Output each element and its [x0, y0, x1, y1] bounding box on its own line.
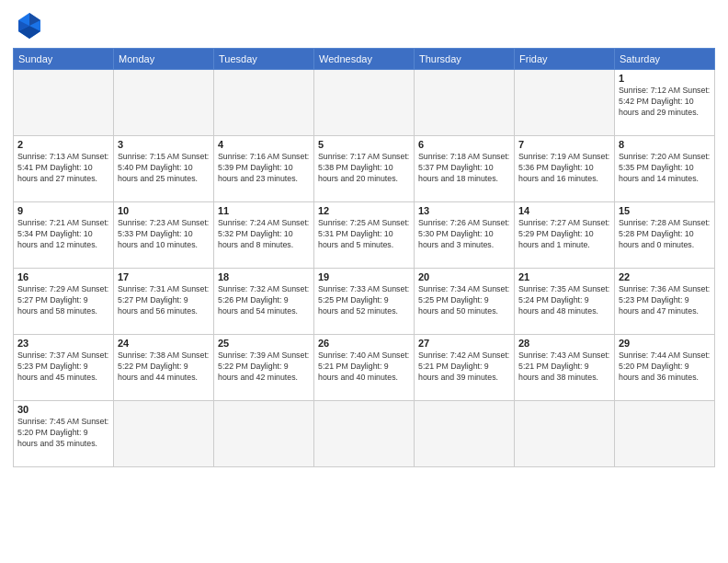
day-number: 12	[318, 205, 410, 216]
day-info: Sunrise: 7:21 AM Sunset: 5:34 PM Dayligh…	[17, 218, 109, 251]
day-info: Sunrise: 7:28 AM Sunset: 5:28 PM Dayligh…	[619, 218, 711, 251]
calendar-cell: 29Sunrise: 7:44 AM Sunset: 5:20 PM Dayli…	[615, 335, 715, 401]
calendar-cell: 24Sunrise: 7:38 AM Sunset: 5:22 PM Dayli…	[114, 335, 214, 401]
calendar-cell: 12Sunrise: 7:25 AM Sunset: 5:31 PM Dayli…	[314, 202, 415, 269]
calendar-cell: 6Sunrise: 7:18 AM Sunset: 5:37 PM Daylig…	[415, 136, 515, 202]
day-info: Sunrise: 7:13 AM Sunset: 5:41 PM Dayligh…	[17, 152, 109, 185]
day-number: 29	[619, 338, 711, 349]
calendar-cell	[615, 401, 715, 467]
day-number: 26	[318, 338, 410, 349]
day-number: 22	[619, 271, 711, 282]
day-number: 1	[619, 73, 711, 84]
weekday-thursday: Thursday	[415, 49, 515, 70]
day-number: 27	[418, 338, 510, 349]
day-number: 9	[17, 205, 109, 216]
calendar-row: 30Sunrise: 7:45 AM Sunset: 5:20 PM Dayli…	[14, 401, 715, 467]
day-number: 3	[118, 139, 210, 150]
day-info: Sunrise: 7:45 AM Sunset: 5:20 PM Dayligh…	[17, 417, 109, 450]
calendar-cell	[415, 70, 515, 136]
calendar-cell	[314, 70, 415, 136]
day-number: 11	[218, 205, 310, 216]
logo	[13, 9, 50, 42]
day-info: Sunrise: 7:20 AM Sunset: 5:35 PM Dayligh…	[619, 152, 711, 185]
day-info: Sunrise: 7:34 AM Sunset: 5:25 PM Dayligh…	[418, 284, 510, 317]
day-info: Sunrise: 7:24 AM Sunset: 5:32 PM Dayligh…	[218, 218, 310, 251]
calendar-cell: 15Sunrise: 7:28 AM Sunset: 5:28 PM Dayli…	[615, 202, 715, 269]
calendar-cell	[515, 401, 615, 467]
calendar-cell: 23Sunrise: 7:37 AM Sunset: 5:23 PM Dayli…	[14, 335, 114, 401]
day-number: 13	[418, 205, 510, 216]
day-number: 23	[17, 338, 109, 349]
day-number: 20	[418, 271, 510, 282]
day-info: Sunrise: 7:35 AM Sunset: 5:24 PM Dayligh…	[518, 284, 610, 317]
day-info: Sunrise: 7:16 AM Sunset: 5:39 PM Dayligh…	[218, 152, 310, 185]
calendar-cell	[515, 70, 615, 136]
calendar-cell: 5Sunrise: 7:17 AM Sunset: 5:38 PM Daylig…	[314, 136, 415, 202]
day-info: Sunrise: 7:15 AM Sunset: 5:40 PM Dayligh…	[118, 152, 210, 185]
day-number: 16	[17, 271, 109, 282]
calendar-cell: 16Sunrise: 7:29 AM Sunset: 5:27 PM Dayli…	[14, 269, 114, 335]
calendar-table: SundayMondayTuesdayWednesdayThursdayFrid…	[13, 48, 715, 467]
calendar-cell: 2Sunrise: 7:13 AM Sunset: 5:41 PM Daylig…	[14, 136, 114, 202]
day-number: 30	[17, 404, 109, 415]
day-number: 6	[418, 139, 510, 150]
weekday-friday: Friday	[515, 49, 615, 70]
day-number: 4	[218, 139, 310, 150]
calendar-cell: 28Sunrise: 7:43 AM Sunset: 5:21 PM Dayli…	[515, 335, 615, 401]
calendar-row: 1Sunrise: 7:12 AM Sunset: 5:42 PM Daylig…	[14, 70, 715, 136]
calendar-cell: 22Sunrise: 7:36 AM Sunset: 5:23 PM Dayli…	[615, 269, 715, 335]
day-info: Sunrise: 7:39 AM Sunset: 5:22 PM Dayligh…	[218, 350, 310, 384]
day-info: Sunrise: 7:38 AM Sunset: 5:22 PM Dayligh…	[118, 350, 210, 384]
calendar-cell: 10Sunrise: 7:23 AM Sunset: 5:33 PM Dayli…	[114, 202, 214, 269]
day-info: Sunrise: 7:42 AM Sunset: 5:21 PM Dayligh…	[418, 350, 510, 384]
day-info: Sunrise: 7:29 AM Sunset: 5:27 PM Dayligh…	[17, 284, 109, 317]
day-info: Sunrise: 7:37 AM Sunset: 5:23 PM Dayligh…	[17, 350, 109, 384]
calendar-cell	[415, 401, 515, 467]
calendar-cell: 3Sunrise: 7:15 AM Sunset: 5:40 PM Daylig…	[114, 136, 214, 202]
calendar-cell: 8Sunrise: 7:20 AM Sunset: 5:35 PM Daylig…	[615, 136, 715, 202]
weekday-sunday: Sunday	[14, 49, 114, 70]
calendar-cell: 26Sunrise: 7:40 AM Sunset: 5:21 PM Dayli…	[314, 335, 415, 401]
day-number: 15	[619, 205, 711, 216]
calendar-cell: 4Sunrise: 7:16 AM Sunset: 5:39 PM Daylig…	[214, 136, 314, 202]
weekday-monday: Monday	[114, 49, 214, 70]
calendar-cell: 21Sunrise: 7:35 AM Sunset: 5:24 PM Dayli…	[515, 269, 615, 335]
day-number: 14	[518, 205, 610, 216]
calendar-cell	[14, 70, 114, 136]
day-info: Sunrise: 7:12 AM Sunset: 5:42 PM Dayligh…	[619, 86, 711, 119]
day-number: 24	[118, 338, 210, 349]
calendar-cell: 20Sunrise: 7:34 AM Sunset: 5:25 PM Dayli…	[415, 269, 515, 335]
day-info: Sunrise: 7:26 AM Sunset: 5:30 PM Dayligh…	[418, 218, 510, 251]
day-number: 18	[218, 271, 310, 282]
calendar-row: 16Sunrise: 7:29 AM Sunset: 5:27 PM Dayli…	[14, 269, 715, 335]
header	[13, 9, 715, 42]
day-info: Sunrise: 7:44 AM Sunset: 5:20 PM Dayligh…	[619, 350, 711, 384]
day-info: Sunrise: 7:32 AM Sunset: 5:26 PM Dayligh…	[218, 284, 310, 317]
day-number: 25	[218, 338, 310, 349]
calendar-row: 2Sunrise: 7:13 AM Sunset: 5:41 PM Daylig…	[14, 136, 715, 202]
calendar-cell	[214, 401, 314, 467]
day-number: 5	[318, 139, 410, 150]
day-info: Sunrise: 7:17 AM Sunset: 5:38 PM Dayligh…	[318, 152, 410, 185]
day-number: 19	[318, 271, 410, 282]
calendar-cell: 25Sunrise: 7:39 AM Sunset: 5:22 PM Dayli…	[214, 335, 314, 401]
page: SundayMondayTuesdayWednesdayThursdayFrid…	[0, 0, 728, 563]
day-info: Sunrise: 7:43 AM Sunset: 5:21 PM Dayligh…	[518, 350, 610, 384]
calendar-cell: 27Sunrise: 7:42 AM Sunset: 5:21 PM Dayli…	[415, 335, 515, 401]
calendar-cell: 1Sunrise: 7:12 AM Sunset: 5:42 PM Daylig…	[615, 70, 715, 136]
calendar-cell	[114, 401, 214, 467]
calendar-row: 23Sunrise: 7:37 AM Sunset: 5:23 PM Dayli…	[14, 335, 715, 401]
calendar-cell	[114, 70, 214, 136]
calendar-cell: 17Sunrise: 7:31 AM Sunset: 5:27 PM Dayli…	[114, 269, 214, 335]
day-info: Sunrise: 7:25 AM Sunset: 5:31 PM Dayligh…	[318, 218, 410, 251]
weekday-wednesday: Wednesday	[314, 49, 415, 70]
calendar-cell: 13Sunrise: 7:26 AM Sunset: 5:30 PM Dayli…	[415, 202, 515, 269]
calendar-cell	[314, 401, 415, 467]
weekday-header-row: SundayMondayTuesdayWednesdayThursdayFrid…	[14, 49, 715, 70]
calendar-cell: 18Sunrise: 7:32 AM Sunset: 5:26 PM Dayli…	[214, 269, 314, 335]
calendar-cell: 14Sunrise: 7:27 AM Sunset: 5:29 PM Dayli…	[515, 202, 615, 269]
weekday-tuesday: Tuesday	[214, 49, 314, 70]
day-number: 2	[17, 139, 109, 150]
weekday-saturday: Saturday	[615, 49, 715, 70]
calendar-cell: 7Sunrise: 7:19 AM Sunset: 5:36 PM Daylig…	[515, 136, 615, 202]
